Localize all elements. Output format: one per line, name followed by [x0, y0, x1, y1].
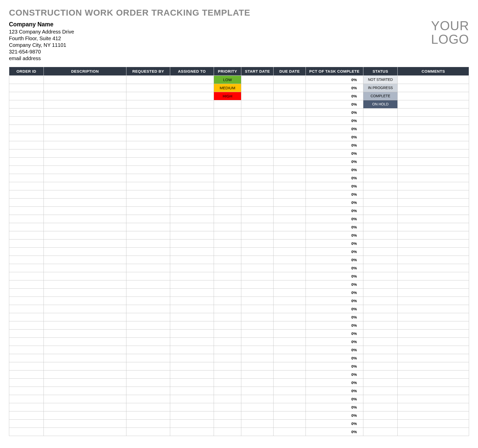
cell-assigned-to[interactable] — [170, 84, 214, 92]
cell-order-id[interactable] — [9, 346, 44, 354]
cell-requested-by[interactable] — [126, 190, 170, 198]
cell-assigned-to[interactable] — [170, 378, 214, 387]
cell-status[interactable] — [363, 419, 398, 428]
cell-pct-complete[interactable]: 0% — [306, 75, 363, 84]
cell-due-date[interactable] — [274, 403, 306, 411]
cell-due-date[interactable] — [274, 247, 306, 256]
cell-comments[interactable] — [398, 247, 469, 256]
cell-requested-by[interactable] — [126, 75, 170, 84]
cell-pct-complete[interactable]: 0% — [306, 264, 363, 272]
cell-comments[interactable] — [398, 174, 469, 182]
cell-order-id[interactable] — [9, 174, 44, 182]
cell-comments[interactable] — [398, 256, 469, 264]
cell-order-id[interactable] — [9, 370, 44, 378]
cell-status[interactable]: IN PROGRESS — [363, 84, 398, 92]
cell-comments[interactable] — [398, 354, 469, 362]
cell-due-date[interactable] — [274, 362, 306, 370]
cell-assigned-to[interactable] — [170, 215, 214, 223]
cell-description[interactable] — [44, 354, 126, 362]
cell-description[interactable] — [44, 403, 126, 411]
cell-assigned-to[interactable] — [170, 198, 214, 206]
cell-comments[interactable] — [398, 378, 469, 387]
cell-priority[interactable] — [214, 395, 241, 403]
cell-requested-by[interactable] — [126, 288, 170, 297]
cell-requested-by[interactable] — [126, 174, 170, 182]
cell-start-date[interactable] — [241, 190, 274, 198]
cell-start-date[interactable] — [241, 141, 274, 149]
cell-status[interactable] — [363, 362, 398, 370]
cell-due-date[interactable] — [274, 174, 306, 182]
cell-requested-by[interactable] — [126, 305, 170, 313]
cell-start-date[interactable] — [241, 125, 274, 133]
cell-pct-complete[interactable]: 0% — [306, 133, 363, 141]
cell-status[interactable] — [363, 280, 398, 288]
cell-due-date[interactable] — [274, 116, 306, 125]
cell-priority[interactable] — [214, 288, 241, 297]
cell-due-date[interactable] — [274, 280, 306, 288]
cell-order-id[interactable] — [9, 264, 44, 272]
cell-pct-complete[interactable]: 0% — [306, 329, 363, 337]
cell-status[interactable] — [363, 297, 398, 305]
cell-requested-by[interactable] — [126, 321, 170, 329]
cell-order-id[interactable] — [9, 387, 44, 395]
cell-requested-by[interactable] — [126, 141, 170, 149]
cell-requested-by[interactable] — [126, 116, 170, 125]
cell-pct-complete[interactable]: 0% — [306, 239, 363, 247]
cell-comments[interactable] — [398, 149, 469, 157]
cell-requested-by[interactable] — [126, 419, 170, 428]
cell-status[interactable] — [363, 305, 398, 313]
cell-priority[interactable]: MEDIUM — [214, 84, 241, 92]
cell-description[interactable] — [44, 75, 126, 84]
cell-start-date[interactable] — [241, 157, 274, 166]
cell-status[interactable] — [363, 133, 398, 141]
cell-status[interactable] — [363, 313, 398, 321]
cell-description[interactable] — [44, 84, 126, 92]
cell-pct-complete[interactable]: 0% — [306, 288, 363, 297]
cell-assigned-to[interactable] — [170, 337, 214, 346]
cell-description[interactable] — [44, 215, 126, 223]
cell-start-date[interactable] — [241, 133, 274, 141]
cell-status[interactable] — [363, 337, 398, 346]
cell-assigned-to[interactable] — [170, 223, 214, 231]
cell-status[interactable] — [363, 149, 398, 157]
cell-start-date[interactable] — [241, 247, 274, 256]
cell-due-date[interactable] — [274, 329, 306, 337]
cell-comments[interactable] — [398, 182, 469, 190]
cell-order-id[interactable] — [9, 182, 44, 190]
cell-description[interactable] — [44, 346, 126, 354]
cell-priority[interactable] — [214, 133, 241, 141]
cell-order-id[interactable] — [9, 403, 44, 411]
cell-due-date[interactable] — [274, 157, 306, 166]
cell-description[interactable] — [44, 419, 126, 428]
cell-order-id[interactable] — [9, 362, 44, 370]
cell-start-date[interactable] — [241, 206, 274, 215]
cell-assigned-to[interactable] — [170, 174, 214, 182]
cell-start-date[interactable] — [241, 297, 274, 305]
cell-due-date[interactable] — [274, 419, 306, 428]
cell-priority[interactable] — [214, 387, 241, 395]
cell-start-date[interactable] — [241, 256, 274, 264]
cell-due-date[interactable] — [274, 100, 306, 108]
cell-status[interactable] — [363, 206, 398, 215]
cell-priority[interactable] — [214, 313, 241, 321]
cell-due-date[interactable] — [274, 75, 306, 84]
cell-description[interactable] — [44, 166, 126, 174]
cell-priority[interactable]: LOW — [214, 75, 241, 84]
cell-priority[interactable] — [214, 223, 241, 231]
cell-priority[interactable] — [214, 354, 241, 362]
cell-description[interactable] — [44, 206, 126, 215]
cell-start-date[interactable] — [241, 108, 274, 116]
cell-comments[interactable] — [398, 239, 469, 247]
cell-assigned-to[interactable] — [170, 264, 214, 272]
cell-pct-complete[interactable]: 0% — [306, 92, 363, 100]
cell-priority[interactable] — [214, 370, 241, 378]
cell-description[interactable] — [44, 411, 126, 419]
cell-pct-complete[interactable]: 0% — [306, 174, 363, 182]
cell-status[interactable] — [363, 108, 398, 116]
cell-assigned-to[interactable] — [170, 100, 214, 108]
cell-pct-complete[interactable]: 0% — [306, 395, 363, 403]
cell-priority[interactable] — [214, 108, 241, 116]
cell-pct-complete[interactable]: 0% — [306, 215, 363, 223]
cell-assigned-to[interactable] — [170, 182, 214, 190]
cell-priority[interactable] — [214, 125, 241, 133]
